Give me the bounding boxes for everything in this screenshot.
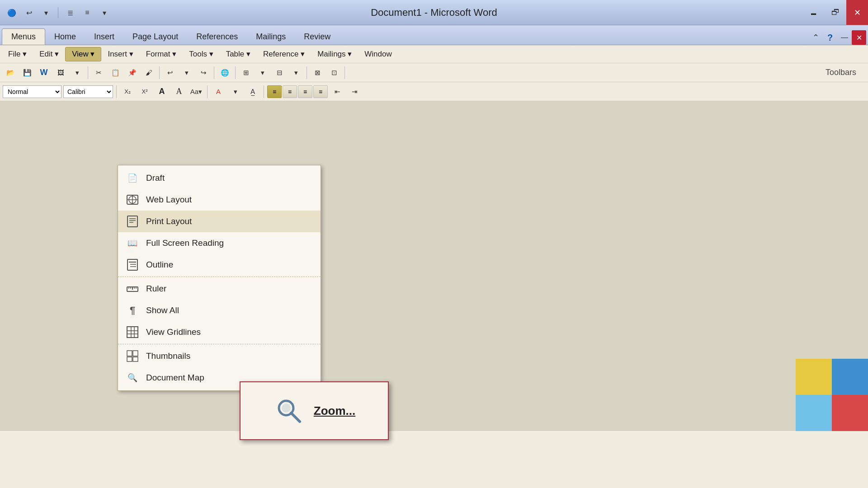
toolbar-table4-icon[interactable]: ⊡ bbox=[326, 66, 342, 80]
toolbar-image-icon[interactable]: 🖼 bbox=[53, 66, 68, 80]
tab-menus[interactable]: Menus bbox=[2, 28, 45, 45]
menu-item-view-gridlines[interactable]: View Gridlines bbox=[118, 321, 321, 343]
font-color-button[interactable]: A bbox=[211, 84, 226, 99]
highlight-button[interactable]: A̲ bbox=[245, 84, 260, 99]
undo-button[interactable]: ↩ bbox=[22, 5, 36, 20]
font-dropdown[interactable]: Calibri bbox=[63, 85, 113, 98]
document-map-label: Document Map bbox=[146, 373, 204, 383]
tab-references[interactable]: References bbox=[187, 28, 247, 45]
customize-button[interactable]: ▾ bbox=[39, 5, 53, 20]
svg-rect-23 bbox=[127, 351, 132, 356]
toolbar-globe-icon[interactable]: 🌐 bbox=[217, 66, 232, 80]
window-title: Document1 - Microsoft Word bbox=[371, 7, 497, 19]
align-justify-button[interactable]: ≡ bbox=[313, 85, 328, 98]
toolbar-paste-icon[interactable]: 📌 bbox=[124, 66, 140, 80]
font-color-dropdown[interactable]: ▾ bbox=[228, 84, 243, 99]
zoom-label[interactable]: Zoom... bbox=[314, 404, 355, 418]
show-all-icon: ¶ bbox=[125, 303, 140, 318]
zoom-popup[interactable]: Zoom... bbox=[240, 381, 389, 440]
show-all-label: Show All bbox=[146, 305, 179, 315]
menu-item-show-all[interactable]: ¶ Show All bbox=[118, 300, 321, 321]
web-layout-icon bbox=[125, 192, 140, 207]
menu-item-print-layout[interactable]: Print Layout bbox=[118, 211, 321, 232]
menu-view[interactable]: View ▾ bbox=[65, 47, 101, 61]
tab-mailings[interactable]: Mailings bbox=[247, 28, 295, 45]
format-sep2 bbox=[207, 85, 208, 98]
menu-item-web-layout[interactable]: Web Layout bbox=[118, 189, 321, 211]
indent-increase-button[interactable]: ⇥ bbox=[347, 84, 362, 99]
menu-table[interactable]: Table ▾ bbox=[220, 47, 257, 61]
align-center-button[interactable]: ≡ bbox=[283, 85, 297, 98]
tab-home[interactable]: Home bbox=[45, 28, 85, 45]
menu-insert[interactable]: Insert ▾ bbox=[101, 47, 139, 61]
tab-page-layout[interactable]: Page Layout bbox=[123, 28, 187, 45]
toolbar-table2-icon[interactable]: ⊟ bbox=[272, 66, 287, 80]
menu-tools[interactable]: Tools ▾ bbox=[183, 47, 219, 61]
corner-block-red bbox=[832, 395, 868, 431]
toolbar-scissors-icon[interactable]: ✂ bbox=[91, 66, 106, 80]
menu-item-draft[interactable]: 📄 Draft bbox=[118, 167, 321, 189]
maximize-button[interactable]: 🗗 bbox=[825, 0, 846, 25]
toolbar-redo-icon[interactable]: ↪ bbox=[196, 66, 211, 80]
menu-item-thumbnails[interactable]: Thumbnails bbox=[118, 344, 321, 367]
style-dropdown[interactable]: Normal bbox=[3, 85, 61, 98]
ribbon-minimize-button[interactable]: — bbox=[837, 30, 852, 45]
list2-button[interactable]: ≡ bbox=[80, 5, 94, 20]
help-arrow-button[interactable]: ⌃ bbox=[808, 30, 823, 45]
toolbar-copy-icon[interactable]: 📋 bbox=[108, 66, 123, 80]
minimize-button[interactable]: 🗕 bbox=[803, 0, 825, 25]
sep3 bbox=[214, 66, 214, 79]
text-format-A[interactable]: A bbox=[154, 84, 170, 99]
toolbar-table1-dropdown[interactable]: ▾ bbox=[255, 66, 270, 80]
thumbnails-icon bbox=[125, 349, 140, 363]
menu-window[interactable]: Window bbox=[358, 47, 398, 61]
toolbar-folder-icon[interactable]: 📂 bbox=[3, 66, 18, 80]
ribbon-close-button[interactable]: ✕ bbox=[852, 30, 866, 45]
toolbar-table3-icon[interactable]: ⊠ bbox=[310, 66, 325, 80]
help-button[interactable]: ? bbox=[823, 30, 837, 45]
list-button[interactable]: ≣ bbox=[63, 5, 77, 20]
svg-rect-25 bbox=[127, 357, 132, 361]
document-map-icon: 🔍 bbox=[125, 371, 140, 385]
subscript-button[interactable]: X₂ bbox=[120, 84, 135, 99]
toolbar-undo-icon[interactable]: ↩ bbox=[162, 66, 178, 80]
toolbar-word-icon[interactable]: W bbox=[36, 66, 52, 80]
toolbar-table1-icon[interactable]: ⊞ bbox=[238, 66, 254, 80]
toolbars-label: Toolbars bbox=[826, 68, 856, 77]
toolbar-save-icon[interactable]: 💾 bbox=[19, 66, 35, 80]
close-button[interactable]: ✕ bbox=[846, 0, 868, 25]
draft-icon: 📄 bbox=[125, 171, 140, 185]
align-buttons: ≡ ≡ ≡ ≡ bbox=[267, 85, 328, 98]
menu-item-outline[interactable]: Outline bbox=[118, 254, 321, 276]
full-screen-label: Full Screen Reading bbox=[146, 238, 224, 248]
toolbar-dropdown1[interactable]: ▾ bbox=[70, 66, 85, 80]
menu-edit[interactable]: Edit ▾ bbox=[33, 47, 65, 61]
toolbar-brush-icon[interactable]: 🖌 bbox=[141, 66, 156, 80]
menu-item-ruler[interactable]: Ruler bbox=[118, 277, 321, 300]
menu-file[interactable]: File ▾ bbox=[2, 47, 33, 61]
menu-format[interactable]: Format ▾ bbox=[140, 47, 183, 61]
tab-review[interactable]: Review bbox=[295, 28, 340, 45]
toolbar-undo-dropdown[interactable]: ▾ bbox=[179, 66, 194, 80]
text-format-A2[interactable]: A bbox=[171, 84, 187, 99]
svg-rect-8 bbox=[127, 259, 137, 270]
sep2 bbox=[159, 66, 160, 79]
align-right-button[interactable]: ≡ bbox=[298, 85, 312, 98]
sep6 bbox=[344, 66, 345, 79]
superscript-button[interactable]: X² bbox=[137, 84, 152, 99]
menu-reference[interactable]: Reference ▾ bbox=[257, 47, 311, 61]
dropdown-button[interactable]: ▾ bbox=[97, 5, 112, 20]
office-button[interactable]: 🔵 bbox=[5, 5, 19, 20]
outline-label: Outline bbox=[146, 260, 173, 270]
menu-item-full-screen[interactable]: 📖 Full Screen Reading bbox=[118, 232, 321, 254]
ruler-icon bbox=[125, 282, 140, 296]
corner-block-blue bbox=[832, 359, 868, 395]
indent-decrease-button[interactable]: ⇤ bbox=[330, 84, 345, 99]
font-size-dropdown[interactable]: Aa▾ bbox=[189, 84, 204, 99]
menu-mailings[interactable]: Mailings ▾ bbox=[311, 47, 358, 61]
svg-rect-18 bbox=[127, 327, 138, 338]
svg-point-29 bbox=[282, 404, 291, 413]
toolbar-table2-dropdown[interactable]: ▾ bbox=[288, 66, 304, 80]
tab-insert[interactable]: Insert bbox=[85, 28, 123, 45]
align-left-button[interactable]: ≡ bbox=[267, 85, 282, 98]
